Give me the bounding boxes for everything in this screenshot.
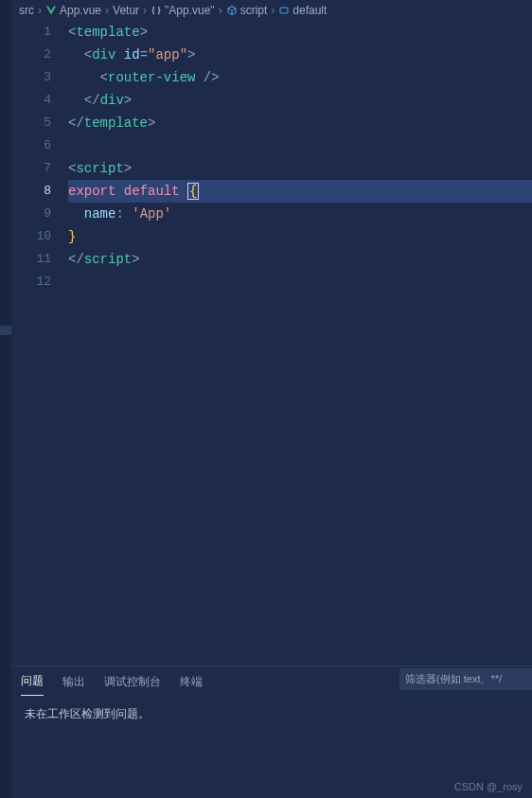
breadcrumb-item[interactable]: App.vue <box>45 4 101 17</box>
line-number: 1 <box>11 21 51 44</box>
token: 'App' <box>132 206 171 222</box>
breadcrumb-item[interactable]: script <box>226 4 268 17</box>
chevron-right-icon: › <box>271 4 275 17</box>
line-number: 10 <box>11 225 51 248</box>
token: < <box>84 47 92 62</box>
token: : <box>115 206 123 222</box>
breadcrumb-label: default <box>293 4 327 17</box>
line-gutter: 123456789101112 <box>11 21 68 665</box>
code-line[interactable]: </template> <box>68 112 532 134</box>
token <box>115 47 123 62</box>
cursor: { <box>187 183 199 200</box>
panel-tab[interactable]: 输出 <box>62 668 85 696</box>
code-area[interactable]: <template> <div id="app"> <router-view /… <box>68 21 532 665</box>
token: > <box>148 115 155 131</box>
breadcrumb-label: Vetur <box>113 4 139 17</box>
token: > <box>132 252 139 267</box>
token: router-view <box>108 70 195 85</box>
token: template <box>76 25 139 40</box>
token <box>195 70 203 85</box>
token: div <box>92 47 115 62</box>
activity-marker <box>0 326 11 335</box>
line-number: 6 <box>11 134 51 157</box>
chevron-right-icon: › <box>38 4 42 17</box>
token: </ <box>68 115 84 131</box>
token: template <box>84 115 148 131</box>
token: > <box>187 47 195 62</box>
breadcrumb-item[interactable]: src <box>19 4 34 17</box>
line-number: 2 <box>11 44 51 66</box>
bottom-panel[interactable]: 问题输出调试控制台终端 筛选器(例如 text、**/ 未在工作区检测到问题。 … <box>11 665 532 798</box>
breadcrumb-label: script <box>240 4 268 17</box>
breadcrumb-label: src <box>19 4 34 17</box>
watermark: CSDN @_rosy <box>454 781 523 792</box>
token: = <box>140 47 148 62</box>
vue-icon <box>45 5 57 16</box>
line-number: 3 <box>11 66 51 89</box>
code-line[interactable]: <script> <box>68 157 532 180</box>
breadcrumb-item[interactable]: Vetur <box>113 4 139 17</box>
token: script <box>84 252 132 267</box>
code-line[interactable] <box>68 271 532 293</box>
token: name <box>84 206 116 222</box>
token <box>124 206 132 222</box>
token <box>180 184 187 199</box>
panel-tab[interactable]: 问题 <box>21 667 44 696</box>
breadcrumb-label: "App.vue" <box>165 4 215 17</box>
chevron-right-icon: › <box>219 4 222 17</box>
symbol-icon <box>278 5 290 16</box>
code-line[interactable]: <template> <box>68 21 532 44</box>
token: </ <box>68 252 84 267</box>
token: export <box>68 184 115 199</box>
panel-filter-input[interactable]: 筛选器(例如 text、**/ <box>399 668 532 690</box>
code-line[interactable]: export default { <box>68 180 532 203</box>
line-number: 4 <box>11 89 51 112</box>
activity-bar[interactable] <box>0 0 11 798</box>
token: id <box>124 47 140 62</box>
token: > <box>124 93 132 108</box>
code-editor[interactable]: 123456789101112 <template> <div id="app"… <box>11 21 532 665</box>
code-line[interactable]: <router-view /> <box>68 66 532 89</box>
token: } <box>68 229 76 244</box>
code-line[interactable] <box>68 134 532 157</box>
code-line[interactable]: name: 'App' <box>68 203 532 225</box>
breadcrumb-item[interactable]: default <box>278 4 327 17</box>
breadcrumb[interactable]: src›App.vue›Vetur›"App.vue"›script›defau… <box>11 0 532 21</box>
panel-tab[interactable]: 调试控制台 <box>104 668 161 696</box>
line-number: 8 <box>11 180 51 203</box>
line-number: 9 <box>11 203 51 225</box>
breadcrumb-label: App.vue <box>60 4 101 17</box>
token: > <box>124 161 132 176</box>
module-icon <box>226 5 238 16</box>
token: > <box>140 25 148 40</box>
token: default <box>124 184 180 199</box>
token: "app" <box>148 47 187 62</box>
breadcrumb-item[interactable]: "App.vue" <box>151 4 215 17</box>
line-number: 12 <box>11 271 51 293</box>
token: script <box>76 161 123 176</box>
panel-tab[interactable]: 终端 <box>180 668 203 696</box>
token: </ <box>84 93 100 108</box>
svg-rect-0 <box>280 8 288 13</box>
line-number: 11 <box>11 248 51 271</box>
panel-message: 未在工作区检测到问题。 <box>11 697 532 732</box>
token: /> <box>204 70 220 85</box>
code-line[interactable]: <div id="app"> <box>68 44 532 66</box>
braces-icon <box>151 5 162 16</box>
token: div <box>100 93 124 108</box>
token <box>115 184 123 199</box>
code-line[interactable]: } <box>68 225 532 248</box>
code-line[interactable]: </div> <box>68 89 532 112</box>
line-number: 5 <box>11 112 51 134</box>
token: < <box>100 70 108 85</box>
line-number: 7 <box>11 157 51 180</box>
chevron-right-icon: › <box>143 4 147 17</box>
chevron-right-icon: › <box>105 4 109 17</box>
code-line[interactable]: </script> <box>68 248 532 271</box>
